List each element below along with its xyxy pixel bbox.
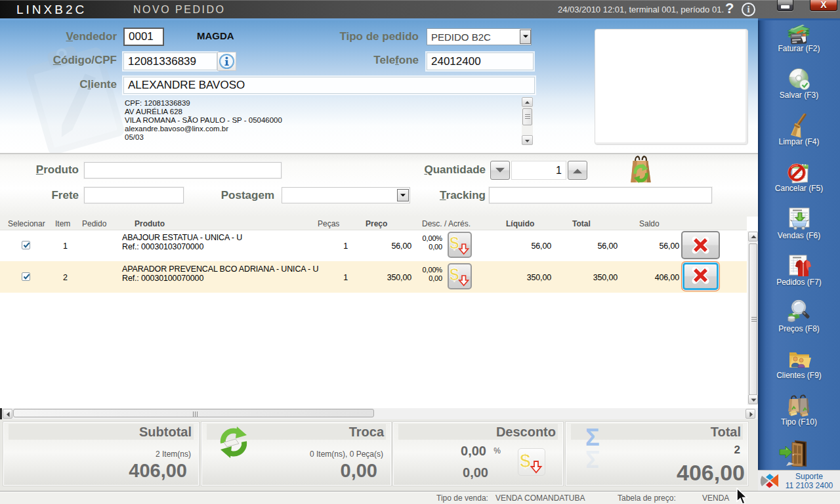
svg-text:$: $ xyxy=(520,450,531,471)
svg-text:$: $ xyxy=(450,233,459,253)
svg-text:$: $ xyxy=(450,264,459,284)
